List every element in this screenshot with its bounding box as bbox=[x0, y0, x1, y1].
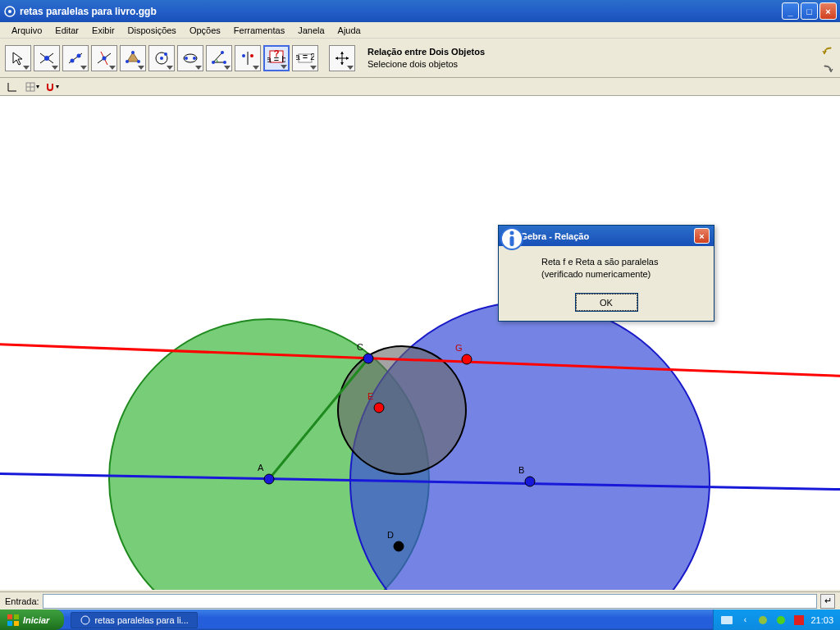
point-label-C: C bbox=[357, 342, 363, 352]
start-button[interactable]: Iniciar bbox=[0, 609, 64, 630]
dialog-line2: (verificado numericamente) bbox=[541, 268, 658, 281]
svg-rect-59 bbox=[721, 616, 733, 624]
svg-point-24 bbox=[223, 61, 226, 64]
minimize-button[interactable]: _ bbox=[782, 2, 799, 20]
input-enter-button[interactable]: ↵ bbox=[820, 594, 835, 609]
tool-perpendicular[interactable] bbox=[91, 45, 117, 71]
grid-toggle[interactable]: ▾ bbox=[25, 80, 39, 94]
svg-point-19 bbox=[193, 57, 196, 60]
svg-point-11 bbox=[131, 51, 135, 54]
svg-point-12 bbox=[137, 60, 140, 63]
point-label-G: G bbox=[455, 343, 463, 353]
app-icon bbox=[3, 5, 16, 18]
svg-point-15 bbox=[160, 57, 163, 60]
windows-logo-icon bbox=[7, 614, 20, 627]
tool-relation[interactable]: ?a = b bbox=[263, 45, 290, 71]
tool-point[interactable] bbox=[34, 45, 60, 71]
menu-janela[interactable]: Janela bbox=[291, 24, 331, 37]
svg-rect-57 bbox=[14, 621, 19, 626]
taskbar: Iniciar retas paralelas para li... ‹ 21:… bbox=[0, 609, 840, 630]
dialog-text: Reta f e Reta a são paralelas (verificad… bbox=[541, 256, 658, 282]
input-label: Entrada: bbox=[5, 596, 39, 606]
menu-ferramentas[interactable]: Ferramentas bbox=[227, 24, 291, 37]
svg-point-42 bbox=[338, 346, 466, 474]
tool-angle[interactable] bbox=[206, 45, 232, 71]
view-bar: ▾ ▾ bbox=[0, 78, 840, 96]
undo-icon[interactable] bbox=[820, 43, 835, 58]
point-label-A: A bbox=[258, 463, 264, 472]
tray-msn-icon[interactable] bbox=[756, 614, 769, 627]
point-label-E: E bbox=[368, 391, 373, 401]
svg-point-26 bbox=[242, 54, 245, 57]
svg-point-45 bbox=[525, 477, 535, 486]
svg-point-23 bbox=[221, 51, 224, 54]
taskbar-item[interactable]: retas paralelas para li... bbox=[71, 612, 197, 628]
svg-point-48 bbox=[374, 403, 384, 413]
tool-hint: Selecione dois objetos bbox=[368, 58, 485, 70]
ok-button[interactable]: OK bbox=[576, 294, 637, 311]
menu-bar: Arquivo Editar Exibir Disposições Opções… bbox=[0, 22, 840, 39]
svg-point-1 bbox=[8, 10, 11, 13]
tray-chevron-icon[interactable]: ‹ bbox=[738, 614, 751, 627]
input-field[interactable] bbox=[43, 594, 817, 609]
svg-rect-53 bbox=[510, 236, 514, 246]
tool-reflect[interactable] bbox=[235, 45, 261, 71]
svg-point-16 bbox=[164, 52, 167, 56]
tray-skype-icon[interactable] bbox=[774, 614, 788, 627]
svg-rect-54 bbox=[7, 614, 12, 619]
redo-icon[interactable] bbox=[820, 62, 835, 76]
relation-dialog: GeoGebra - Relação × Reta f e Reta a são… bbox=[498, 225, 714, 322]
svg-text:a = b: a = b bbox=[267, 54, 285, 64]
point-label-D: D bbox=[387, 530, 394, 540]
tool-line[interactable] bbox=[62, 45, 89, 71]
menu-opcoes[interactable]: Opções bbox=[183, 24, 227, 37]
tool-move[interactable] bbox=[5, 45, 31, 71]
system-tray: ‹ 21:03 bbox=[713, 609, 840, 630]
keyboard-icon[interactable] bbox=[720, 614, 733, 627]
info-icon bbox=[507, 256, 533, 282]
tool-circle[interactable] bbox=[148, 45, 175, 71]
window-title: retas paralelas para livro.ggb bbox=[20, 6, 782, 17]
geometry-canvas[interactable]: ABCDEG GeoGebra - Relação × Reta f e Ret… bbox=[0, 96, 840, 590]
svg-point-4 bbox=[44, 56, 49, 61]
svg-point-13 bbox=[126, 60, 129, 63]
tool-move-view[interactable] bbox=[329, 45, 355, 71]
svg-point-58 bbox=[81, 616, 89, 624]
svg-point-61 bbox=[777, 616, 785, 624]
svg-rect-62 bbox=[794, 615, 804, 625]
svg-point-18 bbox=[185, 57, 188, 60]
point-label-B: B bbox=[518, 465, 524, 475]
menu-exibir[interactable]: Exibir bbox=[85, 24, 121, 37]
axes-toggle[interactable] bbox=[5, 80, 20, 94]
tray-clock[interactable]: 21:03 bbox=[810, 615, 833, 625]
svg-point-10 bbox=[103, 56, 107, 60]
magnet-icon[interactable]: ▾ bbox=[44, 80, 59, 94]
tool-description: Relação entre Dois Objetos Selecione doi… bbox=[368, 46, 485, 70]
dialog-line1: Reta f e Reta a são paralelas bbox=[541, 256, 658, 268]
input-bar: Entrada: ↵ bbox=[0, 591, 840, 609]
menu-ajuda[interactable]: Ajuda bbox=[331, 24, 368, 37]
close-button[interactable]: × bbox=[819, 2, 837, 20]
svg-point-49 bbox=[462, 354, 472, 364]
tool-polygon[interactable] bbox=[120, 45, 146, 71]
tool-slider[interactable]: a = 2 bbox=[292, 45, 318, 71]
svg-point-6 bbox=[71, 58, 75, 62]
start-label: Iniciar bbox=[23, 615, 49, 625]
toolbar: ?a = b a = 2 Relação entre Dois Objetos … bbox=[0, 39, 840, 78]
menu-arquivo[interactable]: Arquivo bbox=[5, 24, 48, 37]
svg-point-60 bbox=[759, 616, 767, 624]
svg-point-46 bbox=[363, 354, 373, 363]
svg-point-47 bbox=[394, 541, 404, 551]
taskbar-item-label: retas paralelas para li... bbox=[94, 615, 188, 625]
svg-text:a = 2: a = 2 bbox=[296, 52, 314, 62]
svg-rect-55 bbox=[14, 614, 19, 619]
maximize-button[interactable]: □ bbox=[801, 2, 818, 20]
dialog-titlebar[interactable]: GeoGebra - Relação × bbox=[499, 226, 714, 246]
menu-disposicoes[interactable]: Disposições bbox=[121, 24, 183, 37]
tool-ellipse[interactable] bbox=[177, 45, 203, 71]
tray-avira-icon[interactable] bbox=[792, 614, 806, 627]
svg-point-44 bbox=[264, 474, 274, 484]
tool-title: Relação entre Dois Objetos bbox=[368, 46, 485, 57]
dialog-close-button[interactable]: × bbox=[694, 228, 710, 244]
menu-editar[interactable]: Editar bbox=[48, 24, 85, 37]
